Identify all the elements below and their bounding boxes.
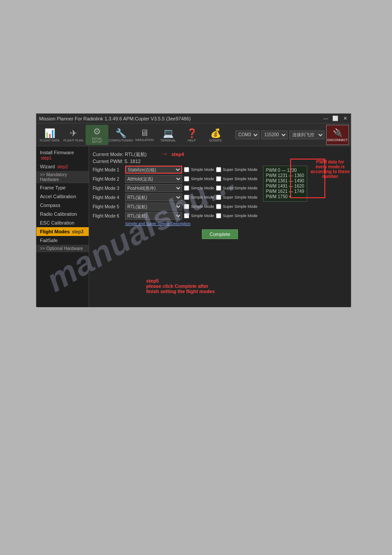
mode-1-super-checkbox[interactable]: [216, 167, 221, 172]
donate-icon: 💰: [210, 128, 221, 138]
sidebar-item-frame-type[interactable]: Frame Type: [36, 183, 89, 192]
content-area: Install Firmware step1 Wizard step2 >> M…: [36, 146, 351, 307]
toolbar-config-tuning[interactable]: 🔧 CONFIG/TUNING: [109, 125, 132, 145]
mode-6-simple: Simple Mode: [184, 213, 214, 218]
help-icon: ❓: [187, 128, 198, 138]
toolbar-donate[interactable]: 💰 DONATE: [204, 125, 227, 145]
mode-2-super-checkbox[interactable]: [216, 176, 221, 181]
terminal-icon: 💻: [163, 128, 174, 138]
sidebar-item-wizard[interactable]: Wizard step2: [36, 162, 89, 171]
toolbar-simulation[interactable]: 🖥 SIMULATION: [133, 125, 156, 145]
complete-button[interactable]: Complete: [202, 229, 237, 239]
mode-4-super-checkbox[interactable]: [216, 195, 221, 200]
pwm-row-3: PWM 1361 — 1490: [266, 178, 304, 183]
toolbar-terminal[interactable]: 💻 TERMINAL: [157, 125, 180, 145]
sidebar-item-accel-calibration[interactable]: Accel Calibration: [36, 192, 89, 201]
complete-btn-container: Complete: [93, 229, 347, 239]
mode-1-simple: Simple Mode: [184, 167, 214, 172]
flight-mode-3-select[interactable]: PosHold(悬停): [125, 184, 182, 192]
sidebar-item-radio-calibration[interactable]: Radio Calibration: [36, 210, 89, 218]
flight-mode-5-label: Flight Mode 5: [93, 204, 123, 209]
mode-6-super-simple: Super Simple Mode: [216, 213, 258, 218]
app-window: Mission Planner For Radiolink 1.3.49.6 A…: [36, 113, 351, 307]
mode-4-simple-checkbox[interactable]: [184, 195, 189, 200]
mode-2-simple-checkbox[interactable]: [184, 176, 189, 181]
mode-5-super-simple: Super Simple Mode: [216, 204, 258, 209]
flight-mode-row-5: Flight Mode 5 RTL(返航) Simple Mode Super …: [93, 203, 258, 210]
mode-2-simple: Simple Mode: [184, 176, 214, 181]
toolbar-help[interactable]: ❓ HELP: [180, 125, 203, 145]
mode-4-super-simple: Super Simple Mode: [216, 195, 258, 200]
super-simple-label-1: Super Simple Mode: [223, 167, 258, 172]
step1-badge: step1: [41, 156, 51, 160]
pwm-row-5: PWM 1621 — 1749: [266, 189, 304, 194]
disconnect-label: DISCONNECT: [327, 138, 348, 141]
pwm-row-6: PWM 1750 +: [266, 194, 304, 199]
flight-mode-row-4: Flight Mode 4 RTL(返航) Simple Mode Super …: [93, 193, 258, 201]
close-btn[interactable]: ✕: [342, 116, 348, 121]
step2-badge: step2: [57, 164, 68, 169]
com-select[interactable]: COM3: [235, 131, 259, 139]
flight-mode-4-select[interactable]: RTL(返航): [125, 193, 182, 201]
flight-mode-3-label: Flight Mode 3: [93, 186, 123, 191]
pwm-row-4: PWM 1491 — 1620: [266, 184, 304, 189]
connect-label-select[interactable]: 连接到飞控: [289, 131, 324, 139]
toolbar-flight-data[interactable]: 📊 FLIGHT DATA: [38, 125, 61, 145]
title-bar-text: Mission Planner For Radiolink 1.3.49.6 A…: [39, 116, 191, 121]
mode-2-super-simple: Super Simple Mode: [216, 176, 258, 181]
flight-data-label: FLIGHT DATA: [40, 139, 59, 142]
mode-1-simple-checkbox[interactable]: [184, 167, 189, 172]
flight-plan-label: FLIGHT PLAN: [64, 139, 83, 142]
mode-3-simple-checkbox[interactable]: [184, 185, 189, 191]
config-tuning-label: CONFIG/TUNING: [108, 139, 133, 142]
flight-data-icon: 📊: [44, 128, 55, 138]
flight-mode-2-select[interactable]: AltHold(定高): [125, 175, 182, 183]
flight-mode-2-label: Flight Mode 2: [93, 177, 123, 181]
donate-label: DONATE: [209, 139, 222, 142]
maximize-btn[interactable]: ⬜: [332, 116, 338, 121]
initial-setup-label: INITIAL SETUP: [86, 137, 108, 143]
main-panel: Current Mode: RTL(返航) → step4 Current PW…: [89, 146, 351, 307]
toolbar-right: COM3 115200 连接到飞控 🔌 DISCONNECT: [235, 125, 349, 145]
flight-mode-6-select[interactable]: RTL(返航): [125, 212, 182, 220]
sidebar-item-failsafe[interactable]: FailSafe: [36, 236, 89, 245]
flight-modes-section: Flight Mode 1 Stabilize(自稳) Simple Mode …: [93, 166, 347, 226]
mode-4-simple: Simple Mode: [184, 195, 214, 200]
current-pwm-line: Current PWM: 5. 1812: [93, 159, 347, 164]
mode-1-super-simple: Super Simple Mode: [216, 167, 258, 172]
flight-mode-row-1: Flight Mode 1 Stabilize(自稳) Simple Mode …: [93, 166, 258, 174]
simple-desc-link[interactable]: Simple and Super Simple Description: [125, 221, 258, 226]
disconnect-icon: 🔌: [333, 128, 342, 138]
mode-5-simple: Simple Mode: [184, 204, 214, 209]
flight-mode-1-label: Flight Mode 1: [93, 167, 123, 172]
flight-mode-5-select[interactable]: RTL(返航): [125, 203, 182, 210]
flight-mode-1-select[interactable]: Stabilize(自稳): [125, 166, 182, 174]
desc-links: Simple and Super Simple Description: [125, 221, 258, 226]
sidebar-item-install-firmware[interactable]: Install Firmware step1: [36, 148, 89, 162]
initial-setup-icon: ⚙: [93, 126, 101, 137]
help-label: HELP: [188, 139, 196, 142]
mode-5-super-checkbox[interactable]: [216, 204, 221, 209]
sidebar-item-flight-modes[interactable]: Flight Modes step3: [36, 227, 89, 236]
mode-3-super-simple: Super Simple Mode: [216, 185, 258, 191]
toolbar-initial-setup[interactable]: ⚙ INITIAL SETUP: [86, 125, 108, 145]
mode-6-simple-checkbox[interactable]: [184, 213, 189, 218]
baud-select[interactable]: 115200: [261, 131, 288, 139]
sidebar-mandatory-header: >> Mandatory Hardware: [36, 171, 89, 183]
step5-annotation: step5 please click Complete after finish…: [146, 278, 215, 294]
title-bar: Mission Planner For Radiolink 1.3.49.6 A…: [36, 114, 351, 123]
step4-label: step4: [171, 152, 184, 157]
mode-3-super-checkbox[interactable]: [216, 185, 221, 191]
mode-6-super-checkbox[interactable]: [216, 213, 221, 218]
toolbar-flight-plan[interactable]: ✈ FLIGHT PLAN: [62, 125, 85, 145]
sidebar-item-esc-calibration[interactable]: ESC Calibration: [36, 218, 89, 227]
flight-mode-row-6: Flight Mode 6 RTL(返航) Simple Mode Super …: [93, 212, 258, 220]
simple-mode-label-1: Simple Mode: [191, 167, 214, 172]
flight-modes-table: Flight Mode 1 Stabilize(自稳) Simple Mode …: [93, 166, 258, 226]
toolbar: 📊 FLIGHT DATA ✈ FLIGHT PLAN ⚙ INITIAL SE…: [36, 123, 351, 146]
sidebar-item-compass[interactable]: Compass: [36, 201, 89, 210]
disconnect-button[interactable]: 🔌 DISCONNECT: [326, 125, 349, 145]
minimize-btn[interactable]: —: [323, 116, 329, 121]
arrow-icon: →: [161, 150, 168, 157]
mode-5-simple-checkbox[interactable]: [184, 204, 189, 209]
